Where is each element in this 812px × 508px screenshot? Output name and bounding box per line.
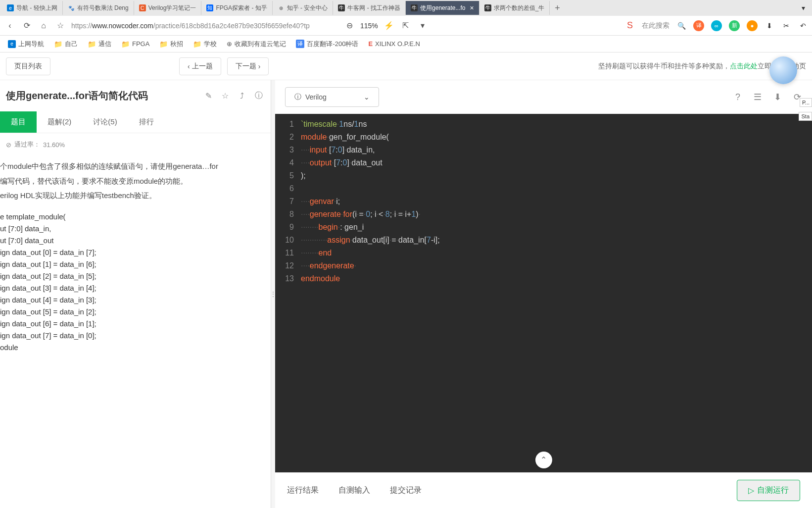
info-icon[interactable]: ⓘ — [253, 90, 265, 102]
problem-meta: ⊘ 通过率： 31.60% — [0, 133, 271, 156]
self-test-run-button[interactable]: ▷ 自测运行 — [737, 480, 800, 501]
folder-icon: 📁 — [193, 40, 201, 48]
browser-tab[interactable]: 牛求两个数的差值_牛 — [479, 1, 550, 15]
download-icon[interactable]: ⬇ — [764, 21, 774, 31]
share-icon[interactable]: ⤴ — [236, 90, 248, 102]
folder-icon: 📁 — [121, 40, 130, 48]
close-icon[interactable]: × — [470, 4, 474, 12]
code-editor[interactable]: 1`timescale·1ns/1ns 2module·gen_for_modu… — [275, 114, 812, 472]
bookmark-item[interactable]: 译百度翻译-200种语 — [292, 38, 362, 51]
edge-label[interactable]: P... — [800, 98, 812, 107]
lightning-icon[interactable]: ⚡ — [383, 20, 395, 32]
page-header: 页目列表 ‹上一题 下一题› 坚持刷题可以获得牛币和挂件等多种奖励，点击此处立即… — [0, 52, 812, 80]
home-button[interactable]: ⌂ — [38, 20, 49, 32]
browser-tab[interactable]: 牛牛客网 - 找工作神器 — [333, 1, 406, 15]
translate-icon[interactable]: 译 — [693, 20, 704, 31]
pass-rate: 31.60% — [43, 141, 65, 149]
tab-discuss[interactable]: 讨论(5) — [82, 111, 128, 133]
bookmark-folder[interactable]: 📁通信 — [84, 38, 115, 51]
bookmark-folder[interactable]: 📁秋招 — [155, 38, 187, 51]
undo-icon[interactable]: ↶ — [798, 21, 808, 31]
browser-tab[interactable]: 🐾有符号数乘法 Deng — [63, 1, 134, 15]
address-bar: ‹ ⟳ ⌂ ☆ https://www.nowcoder.com/practic… — [0, 16, 812, 36]
result-tabs: 运行结果 自测输入 提交记录 ▷ 自测运行 — [275, 472, 812, 508]
share-icon[interactable]: ⇱ — [400, 20, 412, 32]
template-code: e template_module( ut [7:0] data_in, ut … — [0, 211, 265, 354]
browser-tab-active[interactable]: 牛使用generate...fo× — [406, 1, 479, 15]
cut-icon[interactable]: ✂ — [781, 21, 791, 31]
ext-icon[interactable]: 新 — [729, 20, 740, 31]
problem-tabs: 题目 题解(2) 讨论(5) 排行 — [0, 111, 271, 133]
star-icon[interactable]: ☆ — [54, 20, 66, 32]
tab-ranking[interactable]: 排行 — [128, 111, 165, 133]
tab-run-result[interactable]: 运行结果 — [287, 485, 319, 496]
browser-tabs-bar: e导航 - 轻快上网 🐾有符号数乘法 Deng CVerilog学习笔记一 知F… — [0, 0, 812, 16]
zoom-level: 115% — [360, 22, 378, 30]
search-placeholder[interactable]: 在此搜索 — [642, 21, 669, 30]
dropdown-icon[interactable]: ▾ — [417, 20, 429, 32]
folder-icon: 📁 — [159, 40, 168, 48]
problem-pane: 使用generate...for语句简化代码 ✎ ☆ ⤴ ⓘ 题目 题解(2) … — [0, 80, 271, 508]
main-content: 使用generate...for语句简化代码 ✎ ☆ ⤴ ⓘ 题目 题解(2) … — [0, 80, 812, 508]
tab-submit-history[interactable]: 提交记录 — [390, 485, 422, 496]
edit-icon[interactable]: ✎ — [202, 90, 214, 102]
problem-list-button[interactable]: 页目列表 — [6, 57, 50, 75]
floating-ball[interactable] — [769, 56, 797, 84]
ext-icon-2[interactable]: ● — [747, 20, 758, 31]
check-icon: ⊘ — [6, 141, 11, 149]
chevron-right-icon: › — [258, 62, 261, 70]
back-button[interactable]: ‹ — [4, 20, 16, 32]
chevron-left-icon: ‹ — [188, 62, 190, 70]
next-problem-button[interactable]: 下一题› — [227, 57, 269, 75]
folder-icon: 📁 — [88, 40, 96, 48]
reward-link[interactable]: 点击此处 — [730, 62, 758, 70]
browser-tab[interactable]: CVerilog学习笔记一 — [134, 1, 202, 15]
browser-tab[interactable]: e导航 - 轻快上网 — [2, 1, 63, 15]
arduino-icon[interactable]: ∞ — [711, 20, 722, 31]
editor-pane: ⓘ Verilog ⌄ ? ☰ ⬇ ⟳ 1`timescale·1ns/1ns … — [275, 80, 812, 508]
browser-tab[interactable]: 知FPGA探索者 - 知乎 — [201, 1, 272, 15]
scroll-top-button[interactable]: ⌃ — [535, 452, 552, 468]
bookmark-folder[interactable]: 📁学校 — [189, 38, 221, 51]
prev-problem-button[interactable]: ‹上一题 — [179, 57, 221, 75]
bookmarks-bar: e上网导航 📁自己 📁通信 📁FPGA 📁秋招 📁学校 ⊕收藏到有道云笔记 译百… — [0, 36, 812, 52]
url-input[interactable]: https://www.nowcoder.com/practice/618cb8… — [71, 22, 338, 30]
browser-tab[interactable]: ⊕知乎 - 安全中心 — [273, 1, 334, 15]
play-icon: ▷ — [748, 486, 754, 495]
download-icon[interactable]: ⬇ — [772, 92, 782, 102]
window-menu-icon[interactable]: ▾ — [797, 4, 810, 12]
bookmark-folder[interactable]: 📁FPGA — [117, 38, 153, 50]
refresh-button[interactable]: ⟳ — [21, 20, 33, 32]
tab-problem[interactable]: 题目 — [0, 111, 37, 133]
language-select[interactable]: ⓘ Verilog ⌄ — [285, 87, 379, 107]
bookmark-item[interactable]: e上网导航 — [4, 38, 48, 51]
chevron-down-icon: ⌄ — [364, 93, 370, 101]
info-icon: ⓘ — [294, 93, 301, 102]
editor-toolbar: ⓘ Verilog ⌄ ? ☰ ⬇ ⟳ — [275, 80, 812, 114]
list-icon[interactable]: ☰ — [753, 92, 763, 102]
edge-label[interactable]: Sta — [799, 112, 812, 121]
folder-icon: 📁 — [54, 40, 62, 48]
zoom-out-icon[interactable]: ⊖ — [343, 20, 355, 32]
search-icon[interactable]: 🔍 — [676, 21, 686, 31]
problem-body: 个module中包含了很多相似的连续赋值语句，请使用generata…for 编… — [0, 156, 271, 508]
bookmark-folder[interactable]: 📁自己 — [50, 38, 82, 51]
bookmark-item[interactable]: ⊕收藏到有道云笔记 — [223, 38, 290, 51]
bookmark-item[interactable]: EXILINX O.P.E.N — [364, 38, 424, 50]
new-tab-button[interactable]: + — [550, 3, 565, 13]
tab-self-test[interactable]: 自测输入 — [338, 485, 370, 496]
help-icon[interactable]: ? — [733, 92, 743, 102]
tab-solutions[interactable]: 题解(2) — [37, 111, 82, 133]
sogou-icon[interactable]: S — [625, 21, 635, 31]
pane-splitter[interactable] — [271, 80, 275, 508]
problem-title: 使用generate...for语句简化代码 — [6, 89, 197, 102]
star-icon[interactable]: ☆ — [219, 90, 231, 102]
